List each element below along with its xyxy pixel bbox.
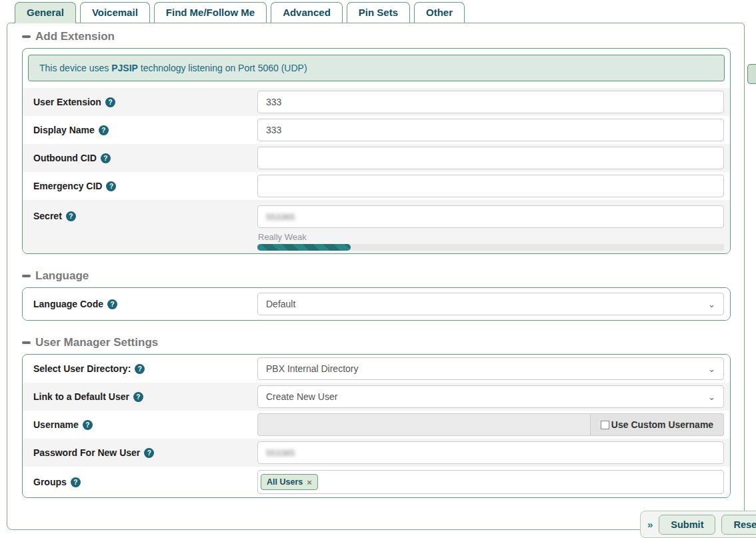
password-new-user-label-wrap: Password For New User ?	[33, 447, 257, 458]
help-icon[interactable]: ?	[99, 125, 109, 135]
remove-tag-icon[interactable]: ×	[307, 478, 312, 487]
language-code-selected-value: Default	[266, 299, 295, 309]
groups-multiselect[interactable]: All Users ×	[257, 470, 724, 494]
language-code-label: Language Code	[33, 299, 103, 309]
emergency-cid-row: Emergency CID ?	[23, 172, 730, 200]
general-tab-panel: Add Extension This device uses PJSIP tec…	[7, 23, 745, 530]
username-row: Username ? Use Custom Username	[23, 411, 730, 439]
tab-advanced[interactable]: Advanced	[271, 2, 343, 23]
help-icon[interactable]: ?	[83, 420, 93, 430]
use-custom-username-addon: Use Custom Username	[591, 413, 724, 436]
username-label-wrap: Username ?	[33, 419, 257, 430]
password-new-user-label: Password For New User	[33, 447, 140, 458]
secret-label-wrap: Secret ?	[33, 211, 257, 221]
groups-row: Groups ? All Users ×	[23, 467, 730, 497]
user-directory-label-wrap: Select User Directory: ?	[33, 363, 257, 374]
link-default-user-selected-value: Create New User	[266, 391, 337, 402]
section-title: Add Extension	[35, 30, 115, 43]
tab-voicemail[interactable]: Voicemail	[80, 2, 150, 23]
secret-row: Secret ? 553365 Really Weak	[23, 200, 730, 253]
outbound-cid-row: Outbound CID ?	[23, 144, 730, 172]
tab-general[interactable]: General	[15, 2, 76, 23]
display-name-row: Display Name ?	[23, 116, 730, 144]
chevron-down-icon: ⌄	[708, 365, 715, 373]
link-default-user-label: Link to a Default User	[33, 391, 129, 402]
display-name-input[interactable]	[257, 119, 724, 141]
username-input[interactable]	[257, 413, 591, 436]
collapse-icon[interactable]	[22, 341, 31, 344]
link-default-user-row: Link to a Default User ? Create New User…	[23, 383, 730, 411]
user-directory-label: Select User Directory:	[33, 363, 131, 374]
tab-pin-sets[interactable]: Pin Sets	[347, 2, 410, 23]
password-new-user-input[interactable]: 553365	[257, 441, 724, 464]
language-code-select[interactable]: Default ⌄	[257, 293, 724, 315]
extension-config-page: General Voicemail Find Me/Follow Me Adva…	[0, 0, 756, 538]
tab-other[interactable]: Other	[414, 2, 465, 23]
emergency-cid-input[interactable]	[257, 175, 724, 197]
submit-button[interactable]: Submit	[659, 515, 715, 535]
notice-technology: PJSIP	[111, 63, 138, 73]
emergency-cid-label-wrap: Emergency CID ?	[33, 181, 257, 191]
user-manager-fieldset: Select User Directory: ? PBX Internal Di…	[22, 354, 731, 498]
password-strength-fill	[257, 244, 351, 251]
user-extension-label: User Extension	[33, 97, 101, 107]
help-icon[interactable]: ?	[135, 364, 145, 374]
link-default-user-label-wrap: Link to a Default User ?	[33, 391, 257, 402]
help-icon[interactable]: ?	[71, 477, 81, 487]
notice-text-prefix: This device uses	[39, 63, 111, 73]
display-name-label: Display Name	[33, 125, 95, 135]
section-title: User Manager Settings	[35, 336, 158, 349]
secret-input[interactable]: 553365	[257, 205, 724, 228]
help-icon[interactable]: ?	[107, 299, 117, 309]
display-name-label-wrap: Display Name ?	[33, 125, 257, 135]
password-new-user-row: Password For New User ? 553365	[23, 439, 730, 467]
user-directory-row: Select User Directory: ? PBX Internal Di…	[23, 355, 730, 383]
user-extension-input[interactable]	[257, 91, 724, 113]
help-icon[interactable]: ?	[105, 97, 115, 107]
password-value-redacted: 553365	[266, 448, 295, 458]
language-section-header[interactable]: Language	[22, 269, 731, 283]
outbound-cid-label-wrap: Outbound CID ?	[33, 153, 257, 163]
group-tag-all-users: All Users ×	[261, 474, 318, 490]
chevron-down-icon: ⌄	[708, 300, 715, 309]
add-extension-section-header[interactable]: Add Extension	[22, 30, 731, 43]
language-fieldset: Language Code ? Default ⌄	[22, 287, 731, 321]
help-icon[interactable]: ?	[144, 448, 154, 458]
user-directory-select[interactable]: PBX Internal Directory ⌄	[257, 357, 724, 380]
collapse-icon[interactable]	[22, 275, 31, 277]
toolbar-expand-icon[interactable]: »	[647, 519, 653, 530]
username-label: Username	[33, 419, 79, 430]
edge-float-button[interactable]	[747, 64, 756, 84]
group-tag-label: All Users	[267, 477, 303, 487]
emergency-cid-label: Emergency CID	[33, 181, 102, 191]
help-icon[interactable]: ?	[133, 392, 143, 402]
notice-text-suffix: technology listening on Port 5060 (UDP)	[138, 63, 307, 73]
help-icon[interactable]: ?	[66, 211, 76, 221]
pjsip-notice: This device uses PJSIP technology listen…	[28, 55, 725, 81]
user-directory-selected-value: PBX Internal Directory	[266, 363, 359, 374]
password-strength-label: Really Weak	[258, 232, 724, 242]
user-manager-section-header[interactable]: User Manager Settings	[22, 336, 731, 349]
tab-find-me-follow-me[interactable]: Find Me/Follow Me	[154, 2, 267, 23]
help-icon[interactable]: ?	[106, 181, 116, 191]
action-toolbar: » Submit Reset	[640, 511, 756, 538]
secret-label: Secret	[33, 211, 62, 221]
language-code-row: Language Code ? Default ⌄	[23, 288, 730, 320]
outbound-cid-input[interactable]	[257, 147, 724, 169]
help-icon[interactable]: ?	[101, 153, 111, 163]
use-custom-username-label: Use Custom Username	[611, 419, 713, 430]
collapse-icon[interactable]	[22, 35, 31, 38]
add-extension-fieldset: This device uses PJSIP technology listen…	[22, 48, 731, 254]
section-title: Language	[35, 269, 89, 283]
user-extension-row: User Extension ?	[23, 88, 730, 116]
language-code-label-wrap: Language Code ?	[33, 299, 257, 309]
groups-label-wrap: Groups ?	[33, 477, 257, 487]
chevron-down-icon: ⌄	[708, 393, 715, 401]
reset-button[interactable]: Reset	[721, 515, 756, 535]
password-strength-meter	[257, 244, 724, 251]
secret-value-redacted: 553365	[266, 212, 295, 222]
use-custom-username-checkbox[interactable]	[601, 421, 609, 429]
outbound-cid-label: Outbound CID	[33, 153, 97, 163]
user-extension-label-wrap: User Extension ?	[33, 97, 257, 107]
link-default-user-select[interactable]: Create New User ⌄	[257, 385, 724, 408]
